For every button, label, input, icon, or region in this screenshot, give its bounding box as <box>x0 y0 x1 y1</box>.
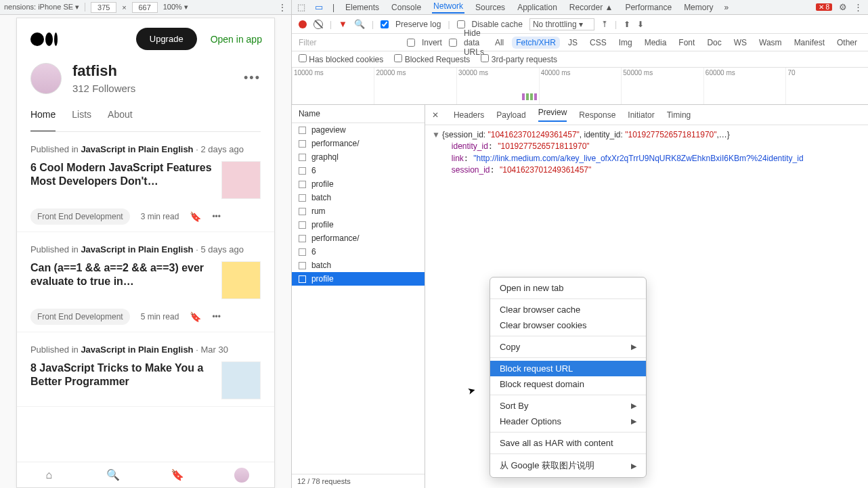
gear-icon[interactable]: ⚙ <box>839 2 847 12</box>
waterfall-timeline[interactable]: 10000 ms 20000 ms 30000 ms 40000 ms 5000… <box>292 68 868 105</box>
ctx-save-har[interactable]: Save all as HAR with content <box>490 435 646 451</box>
bookmark-icon[interactable]: 🔖 <box>190 311 201 322</box>
medium-logo-icon[interactable] <box>30 32 58 46</box>
device-selector[interactable]: nensions: iPhone SE ▾ <box>4 3 85 12</box>
request-row[interactable]: 6 <box>292 164 425 177</box>
width-input[interactable]: 375 <box>91 2 116 13</box>
request-row[interactable]: performance/ <box>292 231 425 245</box>
invert-checkbox[interactable] <box>407 39 415 47</box>
tab-sources[interactable]: Sources <box>474 3 506 12</box>
ctx-open-new-tab[interactable]: Open in new tab <box>490 280 646 296</box>
clear-icon[interactable] <box>313 20 323 29</box>
article-card[interactable]: Published in JavaScript in Plain English… <box>17 132 274 232</box>
type-doc[interactable]: Doc <box>703 37 725 49</box>
close-detail-icon[interactable]: ✕ <box>432 110 439 120</box>
tab-performance[interactable]: Performance <box>624 3 673 12</box>
detail-tab-timing[interactable]: Timing <box>667 110 691 120</box>
ctx-header-options[interactable]: Header Options▶ <box>490 414 646 429</box>
tab-home[interactable]: Home <box>30 109 56 131</box>
ctx-block-url[interactable]: Block request URL <box>490 361 646 376</box>
kebab-icon[interactable]: ⋮ <box>854 2 863 12</box>
type-img[interactable]: Img <box>615 37 636 49</box>
filter-input[interactable]: Filter <box>299 38 400 47</box>
request-row[interactable]: batch <box>292 191 425 204</box>
blocked-cookies-checkbox[interactable] <box>299 54 307 62</box>
height-input[interactable]: 667 <box>132 2 158 13</box>
download-har-icon[interactable]: ⬇ <box>637 20 644 29</box>
request-row[interactable]: graphql <box>292 150 425 164</box>
search-icon[interactable]: 🔍 <box>354 19 365 29</box>
detail-tab-payload[interactable]: Payload <box>496 110 525 120</box>
error-badge[interactable]: ✕ 8 <box>816 3 832 11</box>
zoom-selector[interactable]: 100% ▾ <box>163 3 188 12</box>
name-column-header[interactable]: Name <box>292 105 425 123</box>
profile-icon[interactable] <box>234 468 249 483</box>
detail-tab-headers[interactable]: Headers <box>454 110 484 120</box>
request-row[interactable]: rum <box>292 204 425 218</box>
profile-more-icon[interactable]: ••• <box>244 71 261 85</box>
article-card[interactable]: Published in JavaScript in Plain English… <box>17 232 274 332</box>
bookmarks-icon[interactable]: 🔖 <box>170 468 185 483</box>
detail-tab-initiator[interactable]: Initiator <box>628 110 654 120</box>
throttling-select[interactable]: No throttling ▾ <box>529 18 594 30</box>
article-card[interactable]: Published in JavaScript in Plain English… <box>17 332 274 407</box>
tag-pill[interactable]: Front End Development <box>30 208 130 225</box>
tab-memory[interactable]: Memory <box>682 3 714 12</box>
request-row[interactable]: pageview <box>292 123 425 137</box>
tab-console[interactable]: Console <box>390 3 422 12</box>
request-row[interactable]: profile <box>292 177 425 191</box>
upgrade-button[interactable]: Upgrade <box>136 28 197 50</box>
tab-application[interactable]: Application <box>516 3 559 12</box>
ctx-copy[interactable]: Copy▶ <box>490 339 646 355</box>
avatar[interactable] <box>30 63 62 94</box>
detail-tab-response[interactable]: Response <box>579 110 615 120</box>
preview-body[interactable]: ▼ {session_id: "1041623701249361457", id… <box>425 125 868 181</box>
wifi-icon[interactable]: ⤒ <box>601 20 608 29</box>
tag-pill[interactable]: Front End Development <box>30 309 130 325</box>
request-row[interactable]: batch <box>292 259 425 272</box>
filter-icon[interactable]: ▼ <box>339 19 347 29</box>
home-icon[interactable]: ⌂ <box>41 468 56 483</box>
ctx-google-image[interactable]: 从 Google 获取图片说明▶ <box>490 457 646 474</box>
hide-data-urls-checkbox[interactable] <box>449 39 457 47</box>
request-row-selected[interactable]: profile <box>292 272 425 286</box>
more-icon[interactable]: ••• <box>212 312 221 321</box>
type-font[interactable]: Font <box>674 37 699 49</box>
type-all[interactable]: All <box>491 37 508 49</box>
type-fetch-xhr[interactable]: Fetch/XHR <box>512 37 560 49</box>
type-ws[interactable]: WS <box>730 37 751 49</box>
request-row[interactable]: profile <box>292 218 425 231</box>
search-icon[interactable]: 🔍 <box>106 468 121 483</box>
more-tabs-icon[interactable]: » <box>724 3 729 12</box>
tab-lists[interactable]: Lists <box>72 109 91 131</box>
more-icon[interactable]: ••• <box>212 212 221 221</box>
type-manifest[interactable]: Manifest <box>790 37 829 49</box>
upload-har-icon[interactable]: ⬆ <box>624 20 630 29</box>
tab-recorder[interactable]: Recorder ▲ <box>568 3 615 12</box>
tab-network[interactable]: Network <box>432 1 464 14</box>
third-party-checkbox[interactable] <box>481 54 489 62</box>
type-wasm[interactable]: Wasm <box>755 37 786 49</box>
ctx-clear-cookies[interactable]: Clear browser cookies <box>490 317 646 333</box>
device-menu-icon[interactable]: ⋮ <box>278 2 287 13</box>
detail-tab-preview[interactable]: Preview <box>538 108 567 122</box>
bookmark-icon[interactable]: 🔖 <box>190 211 201 222</box>
ctx-sort-by[interactable]: Sort By▶ <box>490 398 646 414</box>
preserve-log-checkbox[interactable] <box>381 20 389 28</box>
tab-elements[interactable]: Elements <box>344 3 381 12</box>
type-other[interactable]: Other <box>833 37 861 49</box>
ctx-clear-cache[interactable]: Clear browser cache <box>490 302 646 317</box>
device-mode-icon[interactable]: ▭ <box>315 2 323 12</box>
open-in-app-link[interactable]: Open in app <box>211 34 262 45</box>
type-media[interactable]: Media <box>641 37 671 49</box>
request-row[interactable]: performance/ <box>292 137 425 150</box>
disable-cache-checkbox[interactable] <box>457 20 465 28</box>
type-css[interactable]: CSS <box>586 37 611 49</box>
tab-about[interactable]: About <box>108 109 133 131</box>
blocked-requests-checkbox[interactable] <box>394 54 402 62</box>
ctx-block-domain[interactable]: Block request domain <box>490 376 646 392</box>
type-js[interactable]: JS <box>564 37 582 49</box>
request-row[interactable]: 6 <box>292 245 425 259</box>
inspect-icon[interactable]: ⬚ <box>297 2 305 12</box>
record-button[interactable] <box>299 20 307 28</box>
